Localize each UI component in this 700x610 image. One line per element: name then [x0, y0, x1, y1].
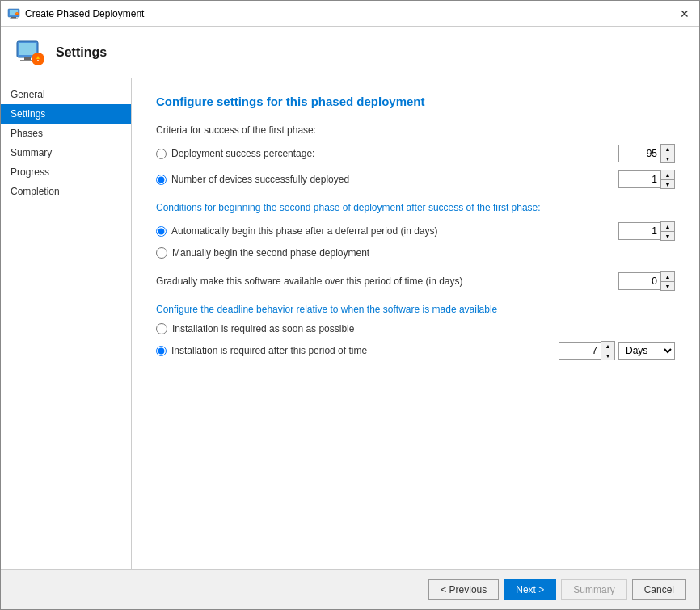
- radio-devices-left: Number of devices successfully deployed: [156, 174, 349, 185]
- radio-asap-label: Installation is required as soon as poss…: [172, 323, 675, 334]
- radio-after-period-left: Installation is required after this peri…: [156, 345, 367, 356]
- period-unit-select[interactable]: Days Hours Minutes: [618, 342, 675, 360]
- radio-after-period-row: Installation is required after this peri…: [156, 341, 675, 360]
- radio-manual-begin-label: Manually begin the second phase deployme…: [172, 247, 675, 259]
- sidebar-item-general: General: [1, 85, 131, 104]
- deferral-up[interactable]: ▲: [661, 222, 674, 231]
- header-section: Settings: [1, 27, 699, 78]
- gradual-spinner-buttons: ▲ ▼: [660, 271, 675, 291]
- devices-up[interactable]: ▲: [661, 170, 674, 179]
- header-title: Settings: [56, 45, 107, 60]
- section1-label: Criteria for success of the first phase:: [156, 124, 675, 136]
- success-percentage-spinner-buttons: ▲ ▼: [660, 144, 675, 163]
- devices-spinner-buttons: ▲ ▼: [660, 170, 675, 189]
- gradual-spinner: ▲ ▼: [618, 271, 675, 291]
- summary-button[interactable]: Summary: [561, 579, 626, 600]
- devices-input[interactable]: [618, 170, 660, 188]
- success-percentage-up[interactable]: ▲: [661, 145, 674, 154]
- radio-after-period[interactable]: [156, 346, 167, 356]
- radio-auto-begin[interactable]: [156, 226, 167, 237]
- sidebar-item-progress[interactable]: Progress: [1, 162, 131, 182]
- section3-label: Gradually make this software available o…: [156, 276, 463, 287]
- radio-devices-label: Number of devices successfully deployed: [171, 174, 349, 185]
- gradual-down[interactable]: ▼: [661, 281, 674, 290]
- cancel-button[interactable]: Cancel: [632, 579, 686, 600]
- title-bar-left: Create Phased Deployment: [7, 7, 144, 20]
- bottom-bar: < Previous Next > Summary Cancel: [1, 569, 699, 609]
- radio-asap[interactable]: [156, 323, 167, 334]
- radio-success-percentage-left: Deployment success percentage:: [156, 148, 314, 159]
- radio-manual-begin[interactable]: [156, 247, 167, 259]
- radio-auto-begin-label: Automatically begin this phase after a d…: [171, 225, 438, 237]
- gradual-up[interactable]: ▲: [661, 272, 674, 281]
- sidebar-item-summary[interactable]: Summary: [1, 143, 131, 162]
- next-button[interactable]: Next >: [504, 579, 556, 600]
- deferral-spinner-buttons: ▲ ▼: [660, 221, 675, 241]
- success-percentage-spinner: ▲ ▼: [618, 144, 675, 163]
- radio-devices[interactable]: [156, 175, 167, 185]
- radio-success-percentage-row: Deployment success percentage: ▲ ▼: [156, 144, 675, 163]
- sidebar-item-settings[interactable]: Settings: [1, 104, 131, 124]
- window-title: Create Phased Deployment: [25, 8, 144, 19]
- header-icon: [14, 36, 46, 69]
- main-content: General Settings Phases Summary Progress…: [1, 78, 699, 569]
- period-spinner: ▲ ▼: [559, 341, 615, 360]
- svg-rect-3: [10, 18, 18, 19]
- success-percentage-down[interactable]: ▼: [661, 154, 674, 162]
- radio-auto-begin-left: Automatically begin this phase after a d…: [156, 225, 438, 237]
- radio-auto-begin-row: Automatically begin this phase after a d…: [156, 221, 675, 241]
- content-title: Configure settings for this phased deplo…: [156, 95, 675, 108]
- period-spinner-buttons: ▲ ▼: [601, 341, 615, 360]
- deferral-input[interactable]: [618, 222, 660, 240]
- svg-rect-2: [11, 17, 16, 19]
- section4-label: Configure the deadline behavior relative…: [156, 304, 675, 315]
- radio-asap-row: Installation is required as soon as poss…: [156, 323, 675, 334]
- window-icon: [7, 7, 20, 20]
- radio-success-percentage[interactable]: [156, 149, 167, 159]
- content-area: Configure settings for this phased deplo…: [132, 78, 699, 569]
- close-button[interactable]: ✕: [677, 6, 693, 22]
- section2-label: Conditions for beginning the second phas…: [156, 202, 675, 213]
- previous-button[interactable]: < Previous: [428, 579, 499, 600]
- title-bar: Create Phased Deployment ✕: [1, 1, 699, 27]
- svg-rect-6: [19, 43, 36, 55]
- radio-devices-row: Number of devices successfully deployed …: [156, 170, 675, 189]
- radio-success-percentage-label: Deployment success percentage:: [171, 148, 314, 159]
- success-percentage-input[interactable]: [618, 145, 660, 162]
- period-down[interactable]: ▼: [601, 351, 614, 360]
- devices-down[interactable]: ▼: [661, 179, 674, 188]
- radio-manual-row: Manually begin the second phase deployme…: [156, 247, 675, 259]
- svg-rect-7: [24, 57, 31, 60]
- deferral-down[interactable]: ▼: [661, 231, 674, 240]
- sidebar: General Settings Phases Summary Progress…: [1, 78, 132, 569]
- period-controls: ▲ ▼ Days Hours Minutes: [559, 341, 675, 360]
- period-up[interactable]: ▲: [601, 342, 614, 351]
- gradual-input[interactable]: [618, 272, 660, 290]
- sidebar-item-phases[interactable]: Phases: [1, 124, 131, 143]
- period-input[interactable]: [559, 342, 601, 360]
- devices-spinner: ▲ ▼: [618, 170, 675, 189]
- radio-after-period-label: Installation is required after this peri…: [171, 345, 367, 356]
- deferral-spinner: ▲ ▼: [618, 221, 675, 241]
- svg-point-10: [37, 60, 39, 61]
- main-window: Create Phased Deployment ✕ Settings Gene…: [0, 0, 700, 610]
- sidebar-item-completion[interactable]: Completion: [1, 182, 131, 201]
